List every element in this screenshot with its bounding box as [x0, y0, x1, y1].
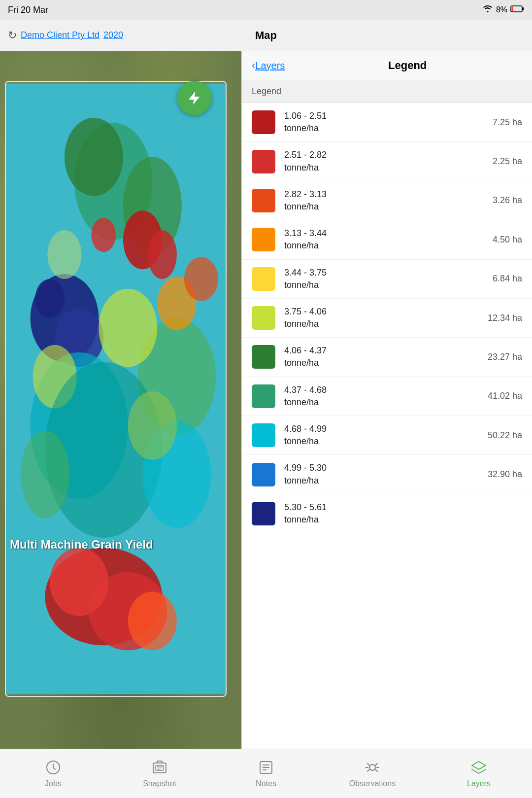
- legend-color-swatch: [252, 423, 275, 447]
- svg-point-27: [47, 230, 81, 279]
- legend-ha-value: 50.22 ha: [478, 430, 522, 441]
- legend-range-text: 5.30 - 5.61: [284, 501, 478, 514]
- legend-item: 2.51 - 2.82tonne/ha2.25 ha: [242, 142, 532, 181]
- tab-notes[interactable]: Notes: [213, 760, 319, 788]
- legend-item: 4.68 - 4.99tonne/ha50.22 ha: [242, 416, 532, 455]
- legend-item: 1.06 - 2.51tonne/ha7.25 ha: [242, 103, 532, 142]
- legend-item: 3.44 - 3.75tonne/ha6.84 ha: [242, 260, 532, 299]
- nav-client[interactable]: Demo Client Pty Ltd: [21, 30, 100, 40]
- lightning-button[interactable]: [177, 81, 212, 115]
- svg-rect-1: [522, 7, 524, 10]
- tab-bar: Jobs Snapshot Notes: [0, 749, 532, 798]
- legend-panel: ‹ Layers Legend Legend 1.06 - 2.51tonne/…: [241, 51, 532, 749]
- legend-range-text: tonne/ha: [284, 279, 478, 291]
- legend-item: 3.13 - 3.44tonne/ha4.50 ha: [242, 220, 532, 259]
- legend-range-label: 3.75 - 4.06tonne/ha: [284, 306, 478, 330]
- legend-range-text: tonne/ha: [284, 435, 478, 448]
- legend-range-label: 3.44 - 3.75tonne/ha: [284, 267, 478, 291]
- legend-color-swatch: [252, 502, 275, 525]
- legend-item: 4.06 - 4.37tonne/ha23.27 ha: [242, 338, 532, 377]
- legend-range-text: tonne/ha: [284, 318, 478, 330]
- legend-ha-value: 41.02 ha: [478, 391, 522, 401]
- legend-item: 5.30 - 5.61tonne/ha: [242, 494, 532, 533]
- legend-ha-value: 2.25 ha: [478, 156, 522, 167]
- legend-range-text: 4.99 - 5.30: [284, 462, 478, 474]
- legend-range-text: tonne/ha: [284, 514, 478, 526]
- legend-header: ‹ Layers Legend: [242, 51, 532, 80]
- legend-range-text: 2.51 - 2.82: [284, 149, 478, 161]
- legend-items-list: 1.06 - 2.51tonne/ha7.25 ha2.51 - 2.82ton…: [242, 103, 532, 533]
- chevron-left-icon: ‹: [252, 59, 255, 72]
- legend-ha-value: 12.34 ha: [478, 313, 522, 323]
- status-icons: 8%: [482, 5, 524, 15]
- svg-point-39: [369, 764, 375, 770]
- tab-observations[interactable]: Observations: [319, 760, 426, 788]
- legend-color-swatch: [252, 150, 275, 173]
- legend-color-swatch: [252, 110, 275, 134]
- snapshot-icon: [152, 760, 167, 777]
- svg-point-6: [35, 279, 64, 318]
- legend-ha-value: 4.50 ha: [478, 235, 522, 245]
- legend-item: 4.99 - 5.30tonne/ha32.90 ha: [242, 455, 532, 494]
- status-bar: Fri 20 Mar 8%: [0, 0, 532, 20]
- svg-point-26: [128, 391, 177, 460]
- legend-range-text: tonne/ha: [284, 162, 478, 174]
- legend-range-text: 3.44 - 3.75: [284, 267, 478, 279]
- notes-icon: [258, 760, 274, 777]
- legend-range-text: 3.75 - 4.06: [284, 306, 478, 318]
- tab-snapshot[interactable]: Snapshot: [106, 760, 213, 788]
- tab-layers[interactable]: Layers: [426, 760, 532, 788]
- legend-item: 2.82 - 3.13tonne/ha3.26 ha: [242, 181, 532, 220]
- legend-range-label: 2.51 - 2.82tonne/ha: [284, 149, 478, 173]
- tab-layers-label: Layers: [467, 779, 491, 788]
- map-background: Multi Machine Grain Yield: [0, 51, 241, 749]
- tab-observations-label: Observations: [349, 779, 396, 788]
- battery-icon: [510, 5, 524, 15]
- tab-jobs[interactable]: Jobs: [0, 760, 106, 788]
- back-button[interactable]: ‹ Layers: [252, 59, 285, 72]
- legend-color-swatch: [252, 228, 275, 251]
- legend-range-label: 1.06 - 2.51tonne/ha: [284, 110, 478, 135]
- status-time: Fri 20 Mar: [8, 5, 48, 15]
- jobs-icon: [45, 760, 61, 777]
- legend-color-swatch: [252, 345, 275, 369]
- legend-range-text: tonne/ha: [284, 475, 478, 487]
- legend-color-swatch: [252, 463, 275, 486]
- tab-jobs-label: Jobs: [45, 779, 62, 788]
- back-label[interactable]: Layers: [255, 60, 285, 71]
- legend-range-text: tonne/ha: [284, 122, 478, 135]
- legend-range-label: 4.68 - 4.99tonne/ha: [284, 423, 478, 448]
- legend-ha-value: 32.90 ha: [478, 469, 522, 480]
- svg-point-20: [128, 591, 177, 650]
- layers-icon: [471, 760, 487, 777]
- legend-ha-value: 6.84 ha: [478, 274, 522, 284]
- sync-icon[interactable]: ↻: [8, 29, 17, 42]
- legend-range-text: 4.06 - 4.37: [284, 345, 478, 357]
- legend-range-text: 2.82 - 3.13: [284, 188, 478, 201]
- svg-point-8: [65, 118, 123, 196]
- svg-point-25: [184, 257, 218, 301]
- wifi-icon: [482, 5, 493, 15]
- map-layer-label: Multi Machine Grain Yield: [10, 538, 153, 552]
- legend-color-swatch: [252, 189, 275, 212]
- legend-range-label: 4.06 - 4.37tonne/ha: [284, 345, 478, 369]
- legend-color-swatch: [252, 384, 275, 408]
- legend-title: Legend: [293, 59, 522, 72]
- legend-color-swatch: [252, 267, 275, 291]
- page-title: Map: [255, 29, 277, 42]
- nav-year[interactable]: 2020: [103, 30, 123, 40]
- legend-range-text: tonne/ha: [284, 240, 478, 252]
- map-area[interactable]: Multi Machine Grain Yield: [0, 51, 241, 749]
- legend-range-label: 4.99 - 5.30tonne/ha: [284, 462, 478, 486]
- legend-ha-value: 23.27 ha: [478, 352, 522, 362]
- legend-item: 4.37 - 4.68tonne/ha41.02 ha: [242, 377, 532, 416]
- legend-ha-value: 3.26 ha: [478, 195, 522, 206]
- legend-range-text: 4.68 - 4.99: [284, 423, 478, 435]
- legend-range-label: 5.30 - 5.61tonne/ha: [284, 501, 478, 526]
- legend-color-swatch: [252, 306, 275, 330]
- nav-bar: ↻ Demo Client Pty Ltd 2020 Map: [0, 20, 532, 51]
- svg-point-19: [50, 548, 108, 616]
- svg-rect-30: [157, 761, 162, 763]
- tab-notes-label: Notes: [256, 779, 276, 788]
- legend-range-text: tonne/ha: [284, 201, 478, 213]
